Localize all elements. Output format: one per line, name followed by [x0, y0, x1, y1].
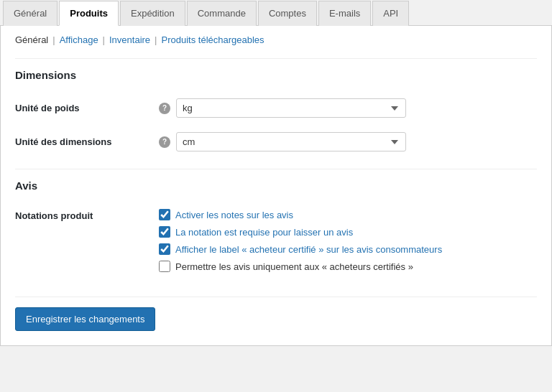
checkbox-label-enable-notes[interactable]: Activer les notes sur les avis: [175, 210, 293, 220]
dimension-unit-select[interactable]: cm m mm in yd: [176, 132, 406, 151]
weight-unit-row: Unité de poids ? kg g lbs oz: [15, 91, 537, 125]
sub-nav-link-affichage[interactable]: Affichage: [60, 34, 98, 45]
notations-row: Notations produit Activer les notes sur …: [15, 202, 537, 279]
tab-bar: GénéralProduitsExpéditionCommandeComptes…: [0, 0, 552, 26]
tab-produits[interactable]: Produits: [59, 1, 119, 26]
weight-unit-label: Unité de poids: [15, 103, 80, 113]
checkbox-certified-only[interactable]: [159, 261, 170, 272]
tab-api[interactable]: API: [372, 1, 409, 26]
sub-nav: Général | Affichage | Inventaire | Produ…: [15, 34, 537, 45]
content-area: Général | Affichage | Inventaire | Produ…: [0, 26, 552, 346]
checkbox-row-enable-notes: Activer les notes sur les avis: [159, 209, 442, 220]
dimension-unit-row: Unité des dimensions ? cm m mm in yd: [15, 125, 537, 159]
dimension-unit-field-row: ? cm m mm in yd: [159, 132, 537, 151]
checkbox-label-require-notation[interactable]: La notation est requise pour laisser un …: [175, 227, 353, 238]
checkbox-label-certified-only[interactable]: Permettre les avis uniquement aux « ache…: [175, 261, 413, 272]
tab-expedition[interactable]: Expédition: [120, 1, 185, 26]
weight-unit-select[interactable]: kg g lbs oz: [176, 98, 406, 118]
tab-comptes[interactable]: Comptes: [258, 1, 317, 26]
checkbox-require-notation[interactable]: [159, 226, 170, 238]
notations-options: Activer les notes sur les avisLa notatio…: [159, 209, 442, 272]
sub-nav-separator: |: [52, 34, 55, 45]
dimension-unit-label: Unité des dimensions: [15, 136, 111, 147]
checkbox-label-show-certified[interactable]: Afficher le label « acheteur certifié » …: [175, 244, 442, 255]
save-button[interactable]: Enregistrer les changements: [15, 307, 155, 331]
weight-unit-field-row: ? kg g lbs oz: [159, 98, 537, 118]
checkbox-show-certified[interactable]: [159, 243, 170, 255]
notations-label: Notations produit: [15, 209, 159, 221]
checkbox-row-show-certified: Afficher le label « acheteur certifié » …: [159, 243, 442, 255]
tab-commande[interactable]: Commande: [187, 1, 257, 26]
tab-emails[interactable]: E-mails: [318, 1, 371, 26]
checkbox-row-require-notation: La notation est requise pour laisser un …: [159, 226, 442, 238]
dimension-help-icon[interactable]: ?: [159, 136, 170, 148]
checkbox-row-certified-only: Permettre les avis uniquement aux « ache…: [159, 261, 442, 272]
save-section: Enregistrer les changements: [15, 297, 537, 331]
sub-nav-separator: |: [103, 34, 105, 45]
sub-nav-link-produits-tlchargeables[interactable]: Produits téléchargeables: [161, 34, 264, 45]
avis-heading: Avis: [15, 169, 537, 192]
dimensions-heading: Dimensions: [15, 58, 537, 81]
dimensions-form-table: Unité de poids ? kg g lbs oz: [15, 91, 537, 159]
sub-nav-link-inventaire[interactable]: Inventaire: [109, 34, 150, 45]
checkbox-enable-notes[interactable]: [159, 209, 170, 220]
tab-general[interactable]: Général: [3, 1, 58, 26]
page-wrapper: GénéralProduitsExpéditionCommandeComptes…: [0, 0, 552, 392]
weight-help-icon[interactable]: ?: [159, 103, 170, 114]
sub-nav-current: Général: [15, 34, 48, 45]
sub-nav-separator: |: [155, 34, 157, 45]
